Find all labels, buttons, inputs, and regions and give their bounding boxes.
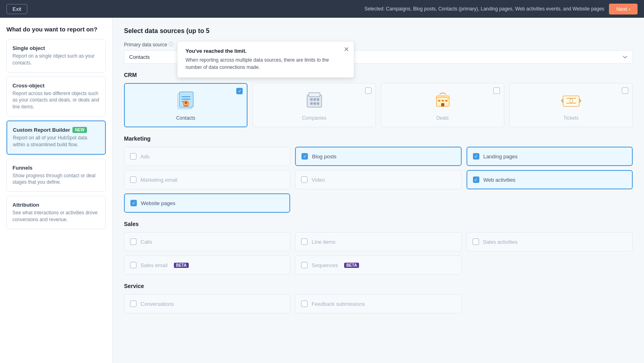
sidebar-item-single-object-desc: Report on a single object such as your c…: [12, 53, 100, 66]
selected-sources-text: Selected: Campaigns, Blog posts, Contact…: [364, 6, 604, 12]
sidebar-item-custom-report-builder-desc: Report on all of your HubSpot data withi…: [13, 135, 99, 148]
sales-email-checkbox[interactable]: [130, 262, 136, 268]
svg-rect-12: [310, 102, 313, 105]
deals-checkbox[interactable]: [493, 87, 500, 94]
alert-box: You've reached the limit. When reporting…: [177, 41, 354, 78]
companies-checkbox[interactable]: [365, 87, 372, 94]
sales-card-line-items[interactable]: Line items: [295, 232, 461, 251]
companies-label: Companies: [302, 115, 326, 121]
conversations-label: Conversations: [140, 301, 174, 307]
tickets-checkbox[interactable]: [622, 87, 628, 94]
marketing-email-checkbox[interactable]: [130, 176, 136, 183]
topbar: Exit Selected: Campaigns, Blog posts, Co…: [0, 0, 644, 18]
line-items-checkbox[interactable]: [301, 239, 308, 245]
svg-rect-13: [314, 102, 316, 105]
sequences-checkbox[interactable]: [301, 262, 308, 268]
marketing-email-label: Marketing email: [140, 177, 178, 183]
website-pages-checkbox[interactable]: ✓: [130, 200, 137, 206]
sidebar-item-cross-object[interactable]: Cross-object Report across two different…: [6, 77, 106, 116]
landing-pages-checkbox[interactable]: ✓: [473, 153, 479, 160]
svg-rect-8: [309, 93, 320, 97]
svg-rect-18: [445, 100, 448, 102]
marketing-card-ads[interactable]: Ads: [124, 147, 290, 166]
tickets-icon: [560, 89, 582, 112]
topbar-left: Exit: [6, 4, 27, 14]
marketing-card-website-pages[interactable]: ✓ Website pages: [124, 193, 290, 213]
ads-checkbox[interactable]: [130, 153, 136, 160]
sales-card-calls[interactable]: Calls: [124, 232, 290, 251]
section-title-main: Select data sources (up to 5: [124, 27, 633, 35]
sidebar-item-single-object[interactable]: Single object Report on a single object …: [6, 39, 106, 73]
sidebar-item-attribution[interactable]: Attribution See what interactions or act…: [6, 196, 106, 229]
sidebar-item-custom-report-builder[interactable]: Custom Report Builder NEW Report on all …: [6, 120, 106, 155]
crm-card-deals[interactable]: Deals: [381, 83, 504, 127]
marketing-card-blog-posts[interactable]: ✓ Blog posts: [295, 147, 461, 166]
deals-icon: [431, 89, 454, 112]
marketing-card-marketing-email[interactable]: Marketing email: [124, 170, 290, 189]
tickets-label: Tickets: [564, 115, 579, 121]
svg-rect-9: [310, 98, 313, 101]
feedback-submissions-checkbox[interactable]: [301, 301, 308, 307]
right-content: Select data sources (up to 5 You've reac…: [113, 18, 644, 363]
marketing-card-landing-pages[interactable]: ✓ Landing pages: [466, 147, 633, 166]
crm-card-tickets[interactable]: Tickets: [509, 83, 633, 127]
sales-activities-label: Sales activities: [483, 239, 518, 245]
crm-card-contacts[interactable]: ✓ Contacts: [124, 83, 248, 127]
svg-rect-11: [317, 98, 319, 101]
contacts-checkbox[interactable]: ✓: [236, 88, 243, 94]
info-icon: ⓘ: [169, 41, 173, 48]
line-items-label: Line items: [312, 239, 335, 245]
ads-label: Ads: [140, 153, 149, 160]
svg-rect-16: [438, 100, 440, 102]
sidebar-item-funnels-desc: Show progress through contact or deal st…: [12, 172, 100, 186]
sales-card-sales-email[interactable]: Sales email BETA: [124, 255, 290, 275]
marketing-section-header: Marketing: [124, 135, 633, 142]
svg-rect-17: [442, 100, 444, 102]
sales-row-1: Calls Line items Sales activities: [124, 232, 633, 251]
video-label: Video: [312, 177, 325, 183]
landing-pages-label: Landing pages: [483, 153, 518, 160]
svg-rect-10: [314, 98, 316, 101]
sidebar-item-funnels-title: Funnels: [12, 165, 100, 171]
crm-card-companies[interactable]: Companies: [252, 83, 376, 127]
companies-icon: [303, 89, 326, 112]
left-sidebar: What do you want to report on? Single ob…: [0, 18, 113, 363]
conversations-checkbox[interactable]: [130, 301, 136, 307]
sidebar-item-custom-report-builder-title: Custom Report Builder NEW: [13, 127, 99, 133]
sales-activities-checkbox[interactable]: [473, 239, 479, 245]
exit-button[interactable]: Exit: [6, 4, 27, 14]
sidebar-item-single-object-title: Single object: [12, 45, 100, 51]
sales-card-sequences[interactable]: Sequences BETA: [295, 255, 461, 275]
sequences-label: Sequences: [312, 262, 338, 268]
sidebar-item-cross-object-desc: Report across two different objects such…: [12, 90, 100, 110]
sales-email-beta-badge: BETA: [174, 263, 188, 268]
svg-point-6: [185, 102, 187, 104]
sales-card-sales-activities[interactable]: Sales activities: [466, 232, 633, 251]
main-layout: What do you want to report on? Single ob…: [0, 18, 644, 363]
service-card-feedback-submissions[interactable]: Feedback submissions: [295, 294, 461, 313]
calls-checkbox[interactable]: [130, 239, 136, 245]
svg-rect-19: [441, 103, 444, 106]
alert-desc: When reporting across multiple data sour…: [186, 56, 346, 71]
sequences-beta-badge: BETA: [344, 263, 359, 268]
sidebar-item-funnels[interactable]: Funnels Show progress through contact or…: [6, 159, 106, 192]
alert-close-button[interactable]: ✕: [344, 46, 349, 53]
sidebar-item-attribution-title: Attribution: [12, 202, 100, 208]
sales-row-2: Sales email BETA Sequences BETA: [124, 255, 633, 275]
web-activities-checkbox[interactable]: ✓: [473, 176, 479, 183]
sales-section-header: Sales: [124, 221, 633, 227]
service-section-header: Service: [124, 283, 633, 289]
blog-posts-checkbox[interactable]: ✓: [301, 153, 308, 160]
service-card-conversations[interactable]: Conversations: [124, 294, 290, 313]
svg-rect-14: [317, 102, 319, 105]
marketing-card-web-activities[interactable]: ✓ Web activities: [466, 170, 633, 189]
svg-rect-20: [563, 96, 579, 106]
video-checkbox[interactable]: [301, 176, 308, 183]
marketing-row-3: ✓ Website pages: [124, 193, 633, 213]
next-button[interactable]: Next ›: [609, 4, 638, 15]
contacts-icon: [175, 89, 197, 112]
contacts-label: Contacts: [176, 115, 195, 121]
sales-email-label: Sales email: [140, 262, 167, 268]
web-activities-label: Web activities: [483, 177, 516, 183]
marketing-card-video[interactable]: Video: [295, 170, 461, 189]
